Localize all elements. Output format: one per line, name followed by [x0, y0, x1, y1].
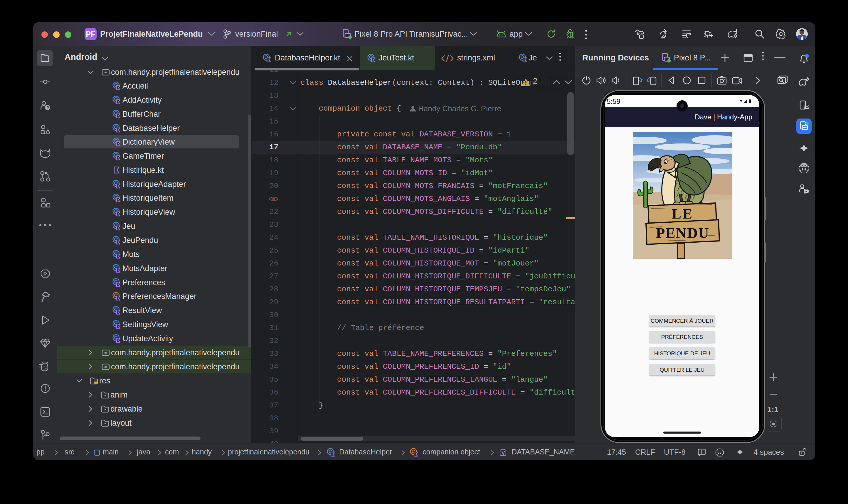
svg-text:PENDU: PENDU [656, 225, 709, 241]
svg-text:?: ? [46, 105, 49, 110]
svg-text:A: A [661, 34, 665, 40]
svg-text:LE: LE [672, 206, 694, 221]
svg-text:V: V [502, 450, 505, 456]
